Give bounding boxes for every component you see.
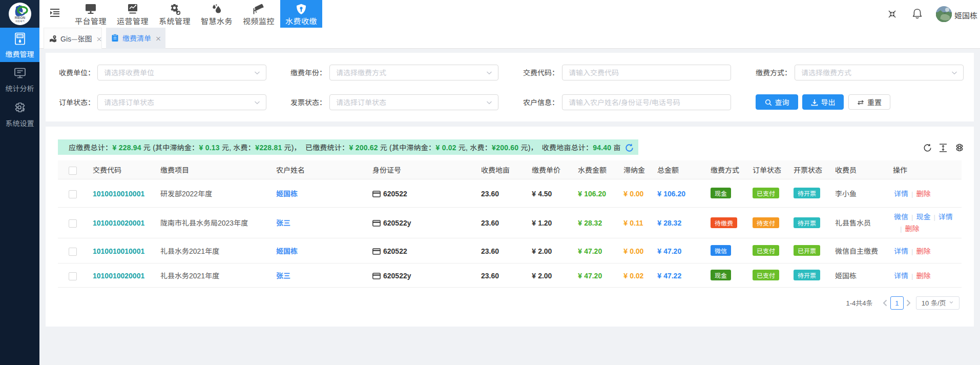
svg-text:瑞盈电气: 瑞盈电气 (15, 19, 25, 23)
svg-text:RIEON: RIEON (15, 16, 26, 19)
